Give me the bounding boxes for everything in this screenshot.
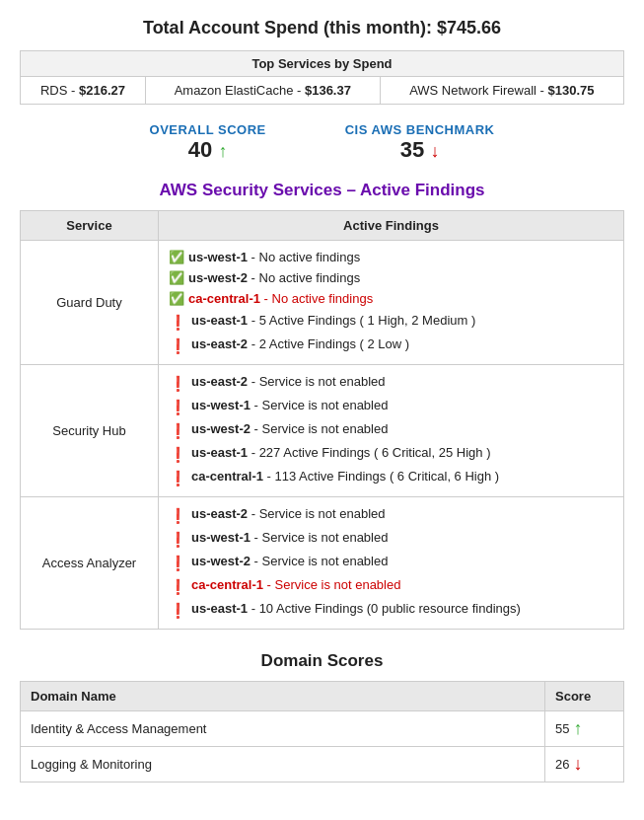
region-label: ca-central-1: [191, 577, 263, 592]
check-icon: ✅: [169, 269, 184, 287]
warn-icon: ❗: [169, 468, 187, 488]
region-label: us-east-1: [191, 445, 248, 460]
findings-service-name: Guard Duty: [21, 241, 159, 365]
domain-col-name: Domain Name: [21, 681, 545, 710]
finding-rest-text: - Service is not enabled: [263, 577, 400, 592]
finding-line: ❗ca-central-1 - Service is not enabled: [169, 576, 613, 597]
warn-icon: ❗: [169, 444, 187, 465]
finding-text: us-west-2 - Service is not enabled: [191, 553, 388, 570]
findings-section-title: AWS Security Services – Active Findings: [20, 181, 624, 200]
findings-col-service: Service: [21, 211, 159, 241]
warn-icon: ❗: [169, 576, 187, 597]
cis-trend-icon: ↓: [430, 141, 439, 161]
finding-line: ❗us-east-1 - 5 Active Findings ( 1 High,…: [169, 312, 613, 333]
warn-icon: ❗: [169, 420, 187, 441]
finding-rest-text: - 227 Active Findings ( 6 Critical, 25 H…: [248, 445, 490, 460]
domain-score: 55↑: [545, 710, 624, 746]
finding-rest-text: - Service is not enabled: [248, 374, 385, 389]
finding-text: us-west-1 - Service is not enabled: [191, 397, 388, 414]
overall-score-block: OVERALL SCORE 40 ↑: [150, 122, 266, 163]
finding-text: ca-central-1 - No active findings: [188, 290, 373, 308]
finding-text: us-east-2 - 2 Active Findings ( 2 Low ): [191, 335, 409, 353]
check-icon: ✅: [169, 249, 184, 266]
service-item-rds: RDS - $216.27: [21, 77, 146, 105]
finding-line: ❗us-west-2 - Service is not enabled: [169, 420, 613, 441]
region-label: us-west-2: [191, 554, 250, 568]
warn-icon: ❗: [169, 312, 187, 333]
warn-icon: ❗: [169, 505, 187, 526]
domain-score-value: 55: [555, 721, 569, 736]
finding-line: ❗us-west-1 - Service is not enabled: [169, 397, 613, 417]
domain-row: Identity & Access Management55↑: [21, 710, 624, 746]
finding-line: ❗us-west-2 - Service is not enabled: [169, 553, 613, 573]
scores-row: OVERALL SCORE 40 ↑ CIS AWS BENCHMARK 35 …: [20, 122, 624, 163]
check-icon: ✅: [169, 290, 184, 308]
region-label: us-east-2: [191, 506, 248, 521]
finding-text: us-east-1 - 227 Active Findings ( 6 Crit…: [191, 444, 490, 462]
warn-icon: ❗: [169, 335, 187, 356]
finding-rest-text: - Service is not enabled: [250, 554, 388, 568]
finding-line: ✅ca-central-1 - No active findings: [169, 290, 613, 308]
finding-rest-text: - Service is not enabled: [248, 506, 385, 521]
cis-score-block: CIS AWS BENCHMARK 35 ↓: [345, 122, 495, 163]
domain-name: Logging & Monitoring: [21, 746, 545, 782]
findings-table: Service Active Findings Guard Duty✅us-we…: [20, 210, 624, 630]
domain-score-value: 26: [555, 757, 569, 772]
findings-service-name: Security Hub: [21, 364, 159, 496]
finding-line: ❗us-east-2 - Service is not enabled: [169, 373, 613, 394]
overall-trend-icon: ↑: [218, 141, 227, 161]
domain-scores-title: Domain Scores: [20, 651, 624, 671]
service-item-elasticache: Amazon ElastiCache - $136.37: [146, 77, 381, 105]
trend-down-icon: ↓: [573, 754, 582, 775]
finding-text: us-west-1 - No active findings: [188, 249, 360, 266]
region-label: us-west-1: [191, 398, 250, 412]
domain-row: Logging & Monitoring26↓: [21, 746, 624, 782]
warn-icon: ❗: [169, 600, 187, 621]
finding-line: ❗us-east-1 - 227 Active Findings ( 6 Cri…: [169, 444, 613, 465]
finding-rest-text: - No active findings: [248, 270, 360, 285]
region-label: us-west-2: [188, 270, 248, 285]
finding-rest-text: - 5 Active Findings ( 1 High, 2 Medium ): [248, 313, 475, 328]
top-services-title: Top Services by Spend: [21, 51, 624, 77]
region-label: us-east-1: [191, 601, 248, 616]
finding-line: ❗us-east-1 - 10 Active Findings (0 publi…: [169, 600, 613, 621]
region-label: us-east-1: [191, 313, 248, 328]
domain-score: 26↓: [545, 746, 624, 782]
region-label: us-west-1: [188, 250, 248, 264]
warn-icon: ❗: [169, 529, 187, 550]
finding-line: ✅us-west-2 - No active findings: [169, 269, 613, 287]
findings-details: ✅us-west-1 - No active findings✅us-west-…: [159, 241, 624, 365]
finding-rest-text: - Service is not enabled: [250, 421, 388, 436]
region-label: ca-central-1: [191, 469, 263, 484]
overall-score-value: 40 ↑: [150, 137, 266, 163]
finding-rest-text: - No active findings: [248, 250, 360, 264]
finding-text: us-west-1 - Service is not enabled: [191, 529, 388, 547]
warn-icon: ❗: [169, 373, 187, 394]
finding-text: us-east-2 - Service is not enabled: [191, 373, 386, 391]
top-services-table: Top Services by Spend RDS - $216.27 Amaz…: [20, 50, 624, 105]
domain-name: Identity & Access Management: [21, 710, 545, 746]
finding-rest-text: - Service is not enabled: [250, 530, 388, 545]
total-spend-heading: Total Account Spend (this month): $745.6…: [20, 18, 624, 38]
finding-rest-text: - 2 Active Findings ( 2 Low ): [248, 336, 409, 351]
cis-score-label: CIS AWS BENCHMARK: [345, 122, 495, 137]
findings-service-name: Access Analyzer: [21, 496, 159, 629]
findings-details: ❗us-east-2 - Service is not enabled❗us-w…: [159, 496, 624, 629]
cis-score-value: 35 ↓: [345, 137, 495, 163]
finding-text: ca-central-1 - 113 Active Findings ( 6 C…: [191, 468, 499, 485]
finding-text: us-east-1 - 10 Active Findings (0 public…: [191, 600, 521, 618]
finding-line: ❗us-east-2 - 2 Active Findings ( 2 Low ): [169, 335, 613, 356]
region-label: us-west-2: [191, 421, 250, 436]
region-label: us-west-1: [191, 530, 250, 545]
finding-line: ✅us-west-1 - No active findings: [169, 249, 613, 266]
service-item-firewall: AWS Network Firewall - $130.75: [380, 77, 623, 105]
region-label: us-east-2: [191, 374, 248, 389]
warn-icon: ❗: [169, 397, 187, 417]
finding-text: us-east-1 - 5 Active Findings ( 1 High, …: [191, 312, 475, 330]
finding-text: us-east-2 - Service is not enabled: [191, 505, 386, 523]
finding-text: ca-central-1 - Service is not enabled: [191, 576, 400, 594]
finding-line: ❗us-east-2 - Service is not enabled: [169, 505, 613, 526]
findings-row: Guard Duty✅us-west-1 - No active finding…: [21, 241, 624, 365]
finding-text: us-west-2 - Service is not enabled: [191, 420, 388, 438]
domain-scores-table: Domain Name Score Identity & Access Mana…: [20, 681, 624, 783]
